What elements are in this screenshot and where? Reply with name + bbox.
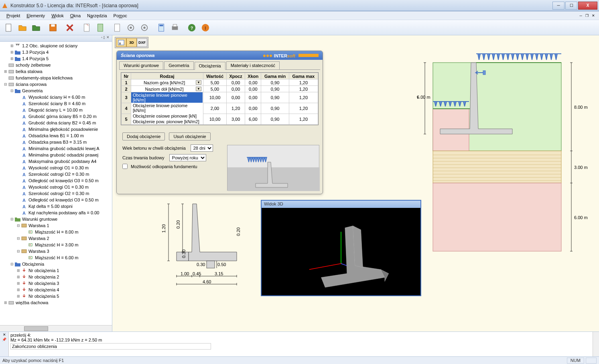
tree-row[interactable]: ⊞1.2 Obc. skupione od ściany xyxy=(0,43,112,49)
tree-row[interactable]: AKąt nachylenia podstawy alfa = 0.00 xyxy=(0,209,112,216)
tab-3[interactable]: Materiały i stateczność xyxy=(226,61,280,69)
close-button[interactable]: X xyxy=(578,2,597,10)
tree-row[interactable]: AMinimalna grubość odsadzki lewej A xyxy=(0,145,112,152)
tree-row[interactable]: Miąższość H = 3.00 m xyxy=(0,242,112,248)
view-2d[interactable] xyxy=(116,38,126,47)
tree-row[interactable]: ⊟Warstwa 3 xyxy=(0,248,112,254)
tree-row[interactable]: ⊞Nr obciążenia 3 xyxy=(0,280,112,287)
tree-row[interactable]: AWysokość ściany H = 6.00 m xyxy=(0,94,112,100)
tab-0[interactable]: Warunki gruntowe xyxy=(119,61,163,69)
project-tree[interactable]: ⊞1.2 Obc. skupione od ściany⊞1.3 Pozycja… xyxy=(0,42,112,325)
svg-text:A: A xyxy=(22,166,26,170)
dd-option[interactable]: Obciążenie pow. pionowe [kN/m2] xyxy=(131,119,203,124)
tree-row[interactable]: AOdległość od krawędzi O3 = 0.50 m xyxy=(0,197,112,203)
menu-projekt[interactable]: Projekt xyxy=(3,12,23,19)
tree-row[interactable]: AOdsadzka lewa B1 = 1.00 m xyxy=(0,132,112,139)
label-czas: Czas trwania budowy xyxy=(122,155,164,160)
tree-row[interactable]: AKąt delta = 5.00 stopni xyxy=(0,203,112,209)
tree-row[interactable]: ⊞Nr obciążenia 4 xyxy=(0,287,112,293)
tree-row[interactable]: ASzerokość ściany B = 4.60 m xyxy=(0,100,112,107)
tree-row[interactable]: AMinimalna grubość odsadzki prawej xyxy=(0,152,112,158)
tree-row[interactable]: ⊞1.3 Pozycja 4 xyxy=(0,49,112,55)
btn-del-load[interactable]: Usuń obciążenie xyxy=(169,132,210,140)
output-vscroll[interactable] xyxy=(593,332,599,356)
tb-help[interactable]: ? xyxy=(185,21,198,34)
chk-odkop[interactable]: Możliwość odkopania fundamentu xyxy=(122,164,197,169)
tb-page[interactable] xyxy=(111,21,124,34)
menu-narzedzia[interactable]: Narzędzia xyxy=(84,12,110,19)
dd-option[interactable]: Obciążenie liniowe pionowe [kN/m] xyxy=(131,92,203,103)
menu-pomoc[interactable]: Pomoc xyxy=(110,12,130,19)
tree-row[interactable]: AMaksymalna grubość podstawy A4 xyxy=(0,158,112,165)
menu-elementy[interactable]: Elementy xyxy=(23,12,48,19)
tb-delete[interactable] xyxy=(63,21,76,34)
widok-3d[interactable]: Widok 3D xyxy=(261,200,421,296)
tb-open[interactable] xyxy=(16,21,29,34)
tb-doc2[interactable] xyxy=(94,21,107,34)
tb-new[interactable] xyxy=(2,21,15,34)
tb-print[interactable] xyxy=(169,21,181,34)
svg-text:0.45: 0.45 xyxy=(193,271,201,276)
tree-row[interactable]: AWysokość ostrogi O1 = 0.30 m xyxy=(0,184,112,190)
tree-row[interactable]: ⊟Geometria xyxy=(0,87,112,94)
tree-row[interactable]: AOdsadzka prawa B3 = 3.15 m xyxy=(0,139,112,145)
dd-option[interactable]: Obciążenie liniowe poziome [kN/m] xyxy=(131,103,203,113)
tb-gear1[interactable] xyxy=(124,21,137,34)
tree-h-scroll[interactable] xyxy=(0,325,112,331)
view-3d[interactable]: 3D xyxy=(126,38,137,47)
minimize-button[interactable]: ─ xyxy=(552,2,564,10)
mdi-close[interactable]: ✕ xyxy=(591,14,596,18)
tree-row[interactable]: Miąższość H = 6.00 m xyxy=(0,254,112,261)
view-dxf[interactable]: DXF xyxy=(137,38,147,47)
tree-row[interactable]: fundamenty-stopa kielichowa xyxy=(0,75,112,81)
tab-2[interactable]: Obciążenia xyxy=(195,62,225,70)
tab-1[interactable]: Geometria xyxy=(164,61,193,69)
tree-row[interactable]: ⊞Nr obciążenia 5 xyxy=(0,293,112,299)
tree-row[interactable]: ⊞Nr obciążenia 2 xyxy=(0,274,112,280)
tb-open2[interactable] xyxy=(30,21,43,34)
out-close[interactable]: ✕ xyxy=(3,333,6,337)
svg-rect-46 xyxy=(22,237,26,240)
load-grid[interactable]: NrRodzajWartośćXpoczXkonGama minGama max… xyxy=(121,72,319,125)
tree-row[interactable]: ASzerokość ostrogi O2 = 0.30 m xyxy=(0,171,112,177)
tree-row[interactable]: ⊞1.4 Pozycja 5 xyxy=(0,55,112,62)
dd-option[interactable]: Obciążenie osiowe pionowe [kN] xyxy=(131,113,203,119)
mdi-restore[interactable]: ❐ xyxy=(585,14,589,18)
tree-row[interactable]: AMinimalna głębokość posadowienie xyxy=(0,126,112,132)
output-input[interactable] xyxy=(10,343,211,350)
btn-add-load[interactable]: Dodaj obciążenie xyxy=(122,132,165,140)
tree-row[interactable]: schody żelbetowe xyxy=(0,62,112,68)
tb-calc[interactable] xyxy=(155,21,168,34)
maximize-button[interactable]: ☐ xyxy=(565,2,577,10)
tree-row[interactable]: ⊟ściana oporowa xyxy=(0,81,112,87)
tree-row[interactable]: AOdległość od krawędzi O3 = 0.50 m xyxy=(0,177,112,184)
select-czas[interactable]: Powyżej roku xyxy=(169,154,206,161)
window-title: Konstruktor 5.0 - Licencja dla: INTERsof… xyxy=(10,3,552,8)
tb-gear2[interactable] xyxy=(138,21,151,34)
titlebar: Konstruktor 5.0 - Licencja dla: INTERsof… xyxy=(0,0,599,11)
tree-row[interactable]: AGrubość dolna ściany B2 = 0.45 m xyxy=(0,120,112,126)
tree-row[interactable]: ⊟Warunki gruntowe xyxy=(0,216,112,222)
tree-row[interactable]: Miąższość H = 8.00 m xyxy=(0,229,112,235)
select-wiek[interactable]: 28 dni xyxy=(191,144,213,152)
menu-widok[interactable]: Widok xyxy=(48,12,67,19)
tree-row[interactable]: ⊟Warstwa 2 xyxy=(0,235,112,242)
tree-row[interactable]: AGrubość górna ściany B5 = 0.20 m xyxy=(0,113,112,120)
tree-row[interactable]: AWysokość ostrogi O1 = 0.30 m xyxy=(0,165,112,171)
mdi-minimize[interactable]: ─ xyxy=(579,14,583,18)
out-pin[interactable]: 📌 xyxy=(2,338,6,342)
tree-row[interactable]: ⊞Nr obciążenia 1 xyxy=(0,267,112,274)
tree-row[interactable]: ADługość ściany L = 10.00 m xyxy=(0,107,112,113)
tree-row[interactable]: ⊟Obciążenia xyxy=(0,261,112,267)
tb-info[interactable]: I xyxy=(199,21,212,34)
tb-doc1[interactable] xyxy=(80,21,93,34)
tree-row[interactable]: ⊟Warstwa 1 xyxy=(0,222,112,229)
tree-row[interactable]: ⊞więźba dachowa xyxy=(0,299,112,306)
svg-rect-1 xyxy=(6,24,11,31)
tree-row[interactable]: ASzerokość ostrogi O2 = 0.30 m xyxy=(0,190,112,197)
tree-panel: ▫ ▯ ✕ ⊞1.2 Obc. skupione od ściany⊞1.3 P… xyxy=(0,35,112,331)
tree-row[interactable]: ⊞belka stalowa xyxy=(0,68,112,75)
tb-save[interactable] xyxy=(47,21,59,34)
menu-okna[interactable]: Okna xyxy=(67,12,84,19)
widok-3d-canvas[interactable] xyxy=(262,208,420,295)
